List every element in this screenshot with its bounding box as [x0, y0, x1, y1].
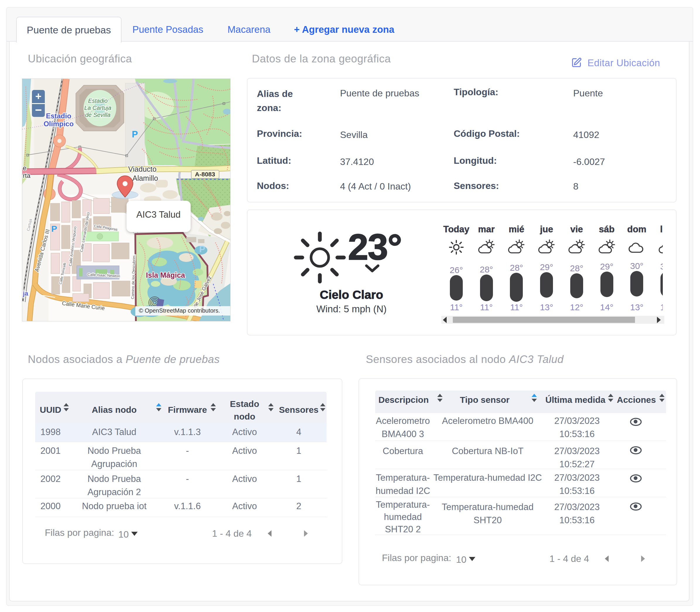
svg-text:Olímpico: Olímpico — [44, 120, 74, 128]
svg-text:Alamillo: Alamillo — [132, 174, 158, 182]
svg-text:Isla Mágica: Isla Mágica — [146, 271, 185, 279]
svg-text:P: P — [132, 129, 138, 139]
svg-text:A-8083: A-8083 — [195, 171, 215, 178]
svg-text:Viaducto: Viaducto — [128, 165, 157, 173]
svg-text:e: e — [23, 164, 26, 172]
svg-text:La Cartuja: La Cartuja — [84, 105, 111, 111]
svg-text:+: + — [35, 90, 41, 102]
svg-text:de Sevilla: de Sevilla — [85, 112, 111, 118]
svg-text:Estadio: Estadio — [46, 112, 71, 120]
svg-text:P: P — [51, 224, 57, 234]
svg-text:−: − — [35, 103, 42, 116]
svg-text:ja: ja — [23, 290, 28, 297]
svg-text:AIC3 Talud: AIC3 Talud — [136, 209, 180, 220]
svg-text:© OpenStreetMap contributors.: © OpenStreetMap contributors. — [139, 307, 220, 314]
svg-text:Estadio: Estadio — [88, 98, 108, 104]
svg-text:rta: rta — [23, 172, 30, 179]
svg-text:P: P — [199, 244, 205, 254]
